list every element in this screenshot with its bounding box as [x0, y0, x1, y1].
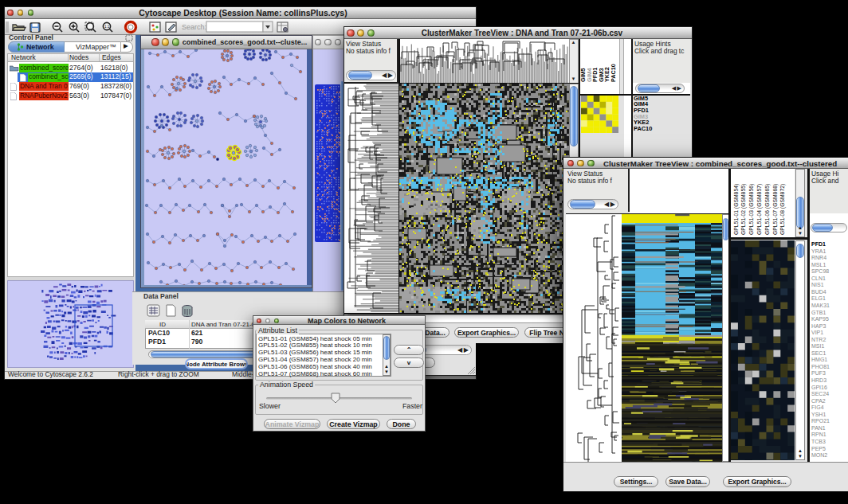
- svg-text:Search:: Search:: [182, 23, 206, 31]
- svg-text:1:1: 1:1: [104, 25, 110, 29]
